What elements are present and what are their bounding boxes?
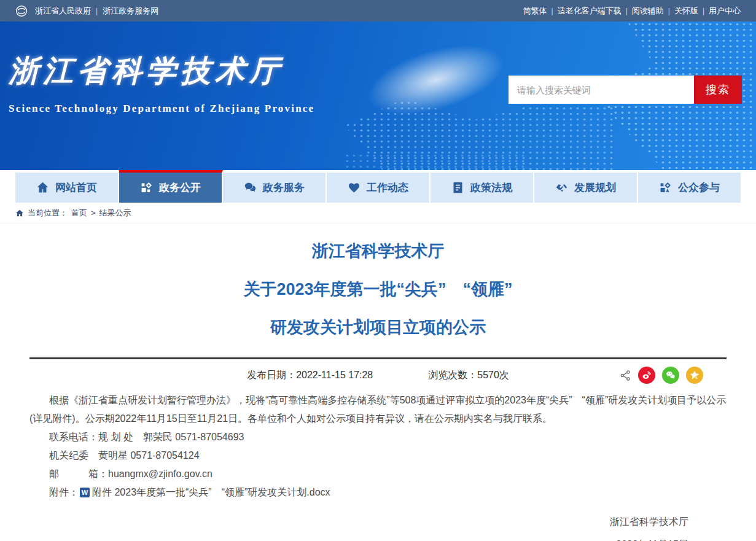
topbar: 浙江省人民政府 | 浙江政务服务网 简繁体 | 适老化客户端下载 | 阅读辅助 … (0, 0, 756, 21)
breadcrumb-bar: 当前位置： 首页 > 结果公示 (0, 203, 756, 224)
world-map-dots (344, 153, 528, 170)
tab-label: 政策法规 (470, 181, 512, 195)
breadcrumb-separator: > (91, 208, 96, 217)
tab-work-news[interactable]: 工作动态 (327, 170, 431, 203)
qzone-icon[interactable] (686, 367, 703, 384)
signature-org: 浙江省科学技术厅 (29, 510, 688, 533)
topbar-link-user-center[interactable]: 用户中心 (709, 6, 741, 17)
site-logo-subtitle: Science Technology Department of Zhejian… (9, 103, 314, 115)
discipline-contact-line: 机关纪委 黄明星 0571-87054124 (29, 446, 727, 465)
publish-date: 发布日期：2022-11-15 17:28 (247, 369, 373, 382)
gov-emblem-icon (15, 5, 28, 17)
home-icon (15, 209, 24, 217)
article-title-line-1: 浙江省科学技术厅 (29, 243, 727, 260)
chat-bubbles-icon (244, 181, 257, 194)
gov-open-icon (140, 181, 153, 194)
topbar-link-provincial-gov[interactable]: 浙江省人民政府 (35, 6, 91, 17)
share-icon[interactable] (620, 370, 631, 381)
tab-policy[interactable]: 政策法规 (431, 170, 534, 203)
tab-home[interactable]: 网站首页 (15, 170, 119, 203)
share-toolbar (620, 367, 703, 384)
article-paragraph: 根据《浙江省重点研发计划暂行管理办法》，现将“高可靠性高端多控存储系统”等508… (29, 391, 727, 428)
breadcrumb: 当前位置： 首页 > 结果公示 (15, 203, 741, 223)
weibo-icon[interactable] (638, 367, 655, 384)
tab-label: 发展规划 (574, 181, 616, 195)
home-icon (36, 181, 49, 194)
document-icon (451, 181, 464, 194)
search-bar: 搜索 (509, 76, 742, 104)
article: 浙江省科学技术厅 关于2023年度第一批“尖兵” “领雁” 研发攻关计划项目立项… (29, 224, 727, 541)
topbar-link-simplified-traditional[interactable]: 简繁体 (523, 6, 547, 17)
topbar-link-service-net[interactable]: 浙江政务服务网 (103, 6, 158, 17)
view-count: 浏览次数：5570次 (428, 369, 509, 382)
article-title-line-2: 关于2023年度第一批“尖兵” “领雁” (29, 281, 727, 298)
article-meta: 发布日期：2022-11-15 17:28 浏览次数：5570次 (29, 359, 727, 391)
site-banner: 浙江省科学技术厅 Science Technology Department o… (0, 21, 756, 170)
topbar-link-reading-aid[interactable]: 阅读辅助 (632, 6, 664, 17)
participate-icon (659, 181, 672, 194)
separator: | (96, 7, 98, 15)
heart-icon (348, 181, 360, 194)
tab-label: 政务服务 (263, 181, 305, 195)
breadcrumb-current[interactable]: 结果公示 (99, 208, 131, 219)
attachment-label: 附件： (49, 483, 79, 502)
attachment-line: 附件： W 附件 2023年度第一批“尖兵” “领雁”研发攻关计划.docx (29, 483, 727, 502)
tab-development-plan[interactable]: 发展规划 (534, 170, 638, 203)
contact-phone-line: 联系电话：规 划 处 郭荣民 0571-87054693 (29, 428, 727, 446)
topbar-link-elderly-client[interactable]: 适老化客户端下载 (558, 6, 622, 17)
tab-gov-service[interactable]: 政务服务 (223, 170, 327, 203)
topbar-link-care-version[interactable]: 关怀版 (674, 6, 698, 17)
tab-label: 工作动态 (367, 181, 408, 195)
article-signature: 浙江省科学技术厅 2022年11月15日 (29, 510, 727, 541)
tab-label: 网站首页 (55, 181, 97, 195)
word-doc-icon: W (80, 488, 90, 497)
search-input[interactable] (509, 76, 694, 104)
tab-public-participation[interactable]: 公众参与 (638, 170, 741, 203)
article-body: 根据《浙江省重点研发计划暂行管理办法》，现将“高可靠性高端多控存储系统”等508… (29, 391, 727, 502)
site-logo: 浙江省科学技术厅 Science Technology Department o… (9, 51, 314, 115)
site-logo-text: 浙江省科学技术厅 (9, 51, 314, 91)
handshake-icon (555, 181, 568, 194)
tab-gov-open[interactable]: 政务公开 (119, 170, 223, 203)
search-button[interactable]: 搜索 (694, 76, 742, 104)
tab-label: 政务公开 (159, 181, 201, 195)
tab-label: 公众参与 (678, 181, 720, 195)
breadcrumb-prefix: 当前位置： (28, 208, 68, 219)
article-title-line-3: 研发攻关计划项目立项的公示 (29, 319, 727, 336)
signature-date: 2022年11月15日 (29, 533, 688, 541)
email-line: 邮 箱：huangmx@zjinfo.gov.cn (29, 465, 727, 483)
wechat-icon[interactable] (662, 367, 679, 384)
main-nav: 网站首页 政务公开 政务服务 工作动态 政策法规 发展规划 公众参与 (15, 170, 741, 203)
breadcrumb-home[interactable]: 首页 (71, 208, 87, 219)
attachment-link[interactable]: 附件 2023年度第一批“尖兵” “领雁”研发攻关计划.docx (92, 483, 330, 502)
